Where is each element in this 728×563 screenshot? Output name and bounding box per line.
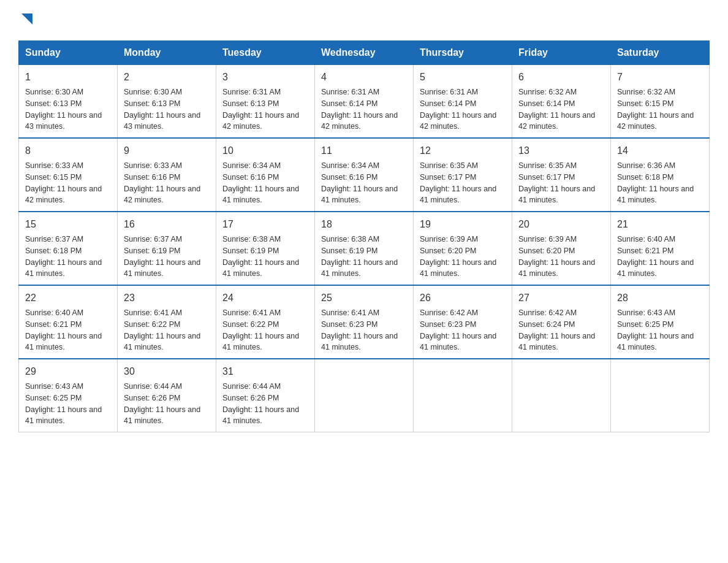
calendar-cell: 31Sunrise: 6:44 AMSunset: 6:26 PMDayligh… <box>216 359 315 432</box>
calendar-week-row: 15Sunrise: 6:37 AMSunset: 6:18 PMDayligh… <box>19 212 710 285</box>
day-number: 18 <box>321 217 407 232</box>
calendar-cell <box>315 359 414 432</box>
day-info: Sunrise: 6:35 AMSunset: 6:17 PMDaylight:… <box>518 160 604 206</box>
day-info: Sunrise: 6:30 AMSunset: 6:13 PMDaylight:… <box>25 86 111 132</box>
day-info: Sunrise: 6:32 AMSunset: 6:14 PMDaylight:… <box>518 86 604 132</box>
day-number: 29 <box>25 364 111 379</box>
calendar-cell: 29Sunrise: 6:43 AMSunset: 6:25 PMDayligh… <box>19 359 118 432</box>
calendar-cell: 6Sunrise: 6:32 AMSunset: 6:14 PMDaylight… <box>512 65 611 139</box>
day-info: Sunrise: 6:40 AMSunset: 6:21 PMDaylight:… <box>617 234 703 280</box>
day-info: Sunrise: 6:42 AMSunset: 6:24 PMDaylight:… <box>518 307 604 353</box>
day-number: 2 <box>124 70 210 85</box>
day-info: Sunrise: 6:34 AMSunset: 6:16 PMDaylight:… <box>321 160 407 206</box>
calendar-cell <box>512 359 611 432</box>
column-header-tuesday: Tuesday <box>216 41 315 65</box>
day-info: Sunrise: 6:44 AMSunset: 6:26 PMDaylight:… <box>222 381 308 427</box>
day-info: Sunrise: 6:39 AMSunset: 6:20 PMDaylight:… <box>518 234 604 280</box>
column-header-monday: Monday <box>118 41 216 65</box>
day-number: 19 <box>420 217 506 232</box>
day-info: Sunrise: 6:31 AMSunset: 6:14 PMDaylight:… <box>420 86 506 132</box>
day-info: Sunrise: 6:31 AMSunset: 6:13 PMDaylight:… <box>222 86 308 132</box>
day-number: 26 <box>420 291 506 305</box>
day-number: 9 <box>124 144 210 158</box>
calendar-cell: 13Sunrise: 6:35 AMSunset: 6:17 PMDayligh… <box>512 138 611 212</box>
calendar-cell: 8Sunrise: 6:33 AMSunset: 6:15 PMDaylight… <box>19 138 118 212</box>
svg-marker-0 <box>21 13 32 25</box>
day-number: 1 <box>25 70 111 85</box>
calendar-cell: 1Sunrise: 6:30 AMSunset: 6:13 PMDaylight… <box>19 65 118 139</box>
calendar-cell: 24Sunrise: 6:41 AMSunset: 6:22 PMDayligh… <box>216 285 315 359</box>
column-header-wednesday: Wednesday <box>315 41 414 65</box>
calendar-cell: 2Sunrise: 6:30 AMSunset: 6:13 PMDaylight… <box>118 65 216 139</box>
calendar-week-row: 8Sunrise: 6:33 AMSunset: 6:15 PMDaylight… <box>19 138 710 212</box>
calendar-cell: 11Sunrise: 6:34 AMSunset: 6:16 PMDayligh… <box>315 138 414 212</box>
day-number: 22 <box>25 291 111 305</box>
day-info: Sunrise: 6:41 AMSunset: 6:22 PMDaylight:… <box>124 307 210 353</box>
day-number: 27 <box>518 291 604 305</box>
day-info: Sunrise: 6:36 AMSunset: 6:18 PMDaylight:… <box>617 160 703 206</box>
day-info: Sunrise: 6:42 AMSunset: 6:23 PMDaylight:… <box>420 307 506 353</box>
day-info: Sunrise: 6:33 AMSunset: 6:15 PMDaylight:… <box>25 160 111 206</box>
logo <box>18 12 34 28</box>
logo-icon <box>20 12 34 26</box>
day-info: Sunrise: 6:31 AMSunset: 6:14 PMDaylight:… <box>321 86 407 132</box>
day-number: 20 <box>518 217 604 232</box>
day-number: 6 <box>518 70 604 85</box>
calendar-cell: 25Sunrise: 6:41 AMSunset: 6:23 PMDayligh… <box>315 285 414 359</box>
calendar-cell: 27Sunrise: 6:42 AMSunset: 6:24 PMDayligh… <box>512 285 611 359</box>
calendar-cell: 19Sunrise: 6:39 AMSunset: 6:20 PMDayligh… <box>414 212 512 285</box>
calendar-cell: 16Sunrise: 6:37 AMSunset: 6:19 PMDayligh… <box>118 212 216 285</box>
day-number: 4 <box>321 70 407 85</box>
day-info: Sunrise: 6:33 AMSunset: 6:16 PMDaylight:… <box>124 160 210 206</box>
day-number: 13 <box>518 144 604 158</box>
day-info: Sunrise: 6:38 AMSunset: 6:19 PMDaylight:… <box>222 234 308 280</box>
day-number: 17 <box>222 217 308 232</box>
day-number: 30 <box>124 364 210 379</box>
calendar-cell: 4Sunrise: 6:31 AMSunset: 6:14 PMDaylight… <box>315 65 414 139</box>
calendar-cell <box>414 359 512 432</box>
day-info: Sunrise: 6:43 AMSunset: 6:25 PMDaylight:… <box>617 307 703 353</box>
column-header-saturday: Saturday <box>611 41 710 65</box>
calendar-header-row: SundayMondayTuesdayWednesdayThursdayFrid… <box>19 41 710 65</box>
calendar-cell <box>611 359 710 432</box>
calendar-cell: 23Sunrise: 6:41 AMSunset: 6:22 PMDayligh… <box>118 285 216 359</box>
calendar-week-row: 1Sunrise: 6:30 AMSunset: 6:13 PMDaylight… <box>19 65 710 139</box>
day-info: Sunrise: 6:40 AMSunset: 6:21 PMDaylight:… <box>25 307 111 353</box>
day-info: Sunrise: 6:32 AMSunset: 6:15 PMDaylight:… <box>617 86 703 132</box>
calendar-cell: 12Sunrise: 6:35 AMSunset: 6:17 PMDayligh… <box>414 138 512 212</box>
day-number: 16 <box>124 217 210 232</box>
day-info: Sunrise: 6:37 AMSunset: 6:18 PMDaylight:… <box>25 234 111 280</box>
calendar-cell: 3Sunrise: 6:31 AMSunset: 6:13 PMDaylight… <box>216 65 315 139</box>
day-info: Sunrise: 6:38 AMSunset: 6:19 PMDaylight:… <box>321 234 407 280</box>
day-number: 31 <box>222 364 308 379</box>
calendar-cell: 15Sunrise: 6:37 AMSunset: 6:18 PMDayligh… <box>19 212 118 285</box>
calendar-cell: 14Sunrise: 6:36 AMSunset: 6:18 PMDayligh… <box>611 138 710 212</box>
calendar-week-row: 22Sunrise: 6:40 AMSunset: 6:21 PMDayligh… <box>19 285 710 359</box>
day-number: 8 <box>25 144 111 158</box>
day-info: Sunrise: 6:34 AMSunset: 6:16 PMDaylight:… <box>222 160 308 206</box>
day-number: 24 <box>222 291 308 305</box>
day-info: Sunrise: 6:30 AMSunset: 6:13 PMDaylight:… <box>124 86 210 132</box>
calendar-cell: 17Sunrise: 6:38 AMSunset: 6:19 PMDayligh… <box>216 212 315 285</box>
calendar-cell: 9Sunrise: 6:33 AMSunset: 6:16 PMDaylight… <box>118 138 216 212</box>
day-number: 21 <box>617 217 703 232</box>
day-number: 28 <box>617 291 703 305</box>
day-info: Sunrise: 6:37 AMSunset: 6:19 PMDaylight:… <box>124 234 210 280</box>
day-info: Sunrise: 6:39 AMSunset: 6:20 PMDaylight:… <box>420 234 506 280</box>
calendar-cell: 21Sunrise: 6:40 AMSunset: 6:21 PMDayligh… <box>611 212 710 285</box>
day-number: 7 <box>617 70 703 85</box>
calendar-cell: 30Sunrise: 6:44 AMSunset: 6:26 PMDayligh… <box>118 359 216 432</box>
calendar-cell: 28Sunrise: 6:43 AMSunset: 6:25 PMDayligh… <box>611 285 710 359</box>
day-number: 11 <box>321 144 407 158</box>
day-info: Sunrise: 6:43 AMSunset: 6:25 PMDaylight:… <box>25 381 111 427</box>
column-header-thursday: Thursday <box>414 41 512 65</box>
day-number: 12 <box>420 144 506 158</box>
day-info: Sunrise: 6:41 AMSunset: 6:23 PMDaylight:… <box>321 307 407 353</box>
day-number: 3 <box>222 70 308 85</box>
calendar-cell: 7Sunrise: 6:32 AMSunset: 6:15 PMDaylight… <box>611 65 710 139</box>
calendar-week-row: 29Sunrise: 6:43 AMSunset: 6:25 PMDayligh… <box>19 359 710 432</box>
calendar-cell: 5Sunrise: 6:31 AMSunset: 6:14 PMDaylight… <box>414 65 512 139</box>
day-number: 14 <box>617 144 703 158</box>
calendar-cell: 10Sunrise: 6:34 AMSunset: 6:16 PMDayligh… <box>216 138 315 212</box>
calendar-cell: 26Sunrise: 6:42 AMSunset: 6:23 PMDayligh… <box>414 285 512 359</box>
